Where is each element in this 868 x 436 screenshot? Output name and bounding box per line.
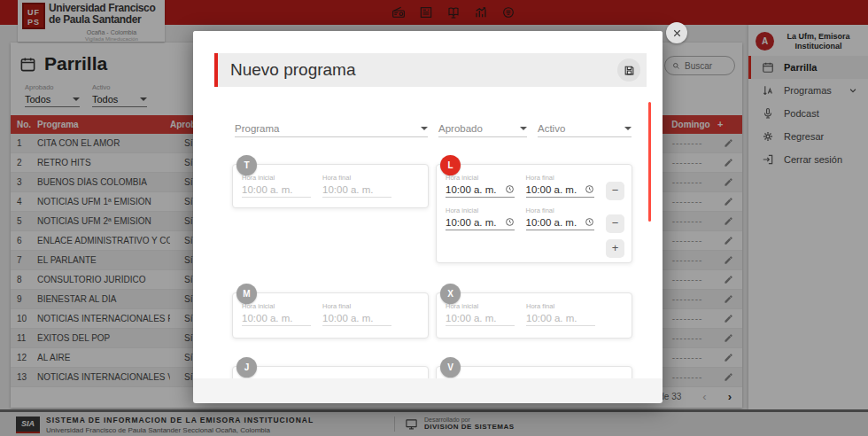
day-card-martes: M Hora inicial 10:00 a. m. Hora final 10…	[232, 292, 429, 339]
clock-icon[interactable]	[585, 217, 594, 227]
close-icon	[672, 28, 682, 38]
programa-select[interactable]: Programa	[235, 120, 428, 137]
day-card-todos: T Hora inicial 10:00 a. m. Hora final 10…	[232, 164, 429, 208]
new-program-modal: Nuevo programa Programa Aprobado Activo …	[193, 31, 663, 403]
hora-inicial-field[interactable]: Hora inicial 10:00 a. m.	[446, 206, 515, 230]
day-card-viernes: V	[436, 366, 632, 378]
remove-slot-button[interactable]: −	[606, 182, 624, 200]
day-badge[interactable]: J	[236, 357, 257, 378]
clock-icon[interactable]	[505, 184, 515, 194]
close-button[interactable]	[666, 22, 687, 43]
hora-inicial-field[interactable]: Hora inicial 10:00 a. m.	[446, 302, 515, 326]
save-button[interactable]	[617, 58, 640, 82]
hora-final-field[interactable]: Hora final 10:00 a. m.	[526, 174, 595, 198]
chevron-down-icon	[520, 127, 527, 130]
add-slot-button[interactable]: +	[606, 239, 624, 258]
hora-final-field[interactable]: Hora final 10:00 a. m.	[526, 206, 595, 230]
day-card-lunes: L Hora inicial 10:00 a. m. Hora final 10…	[436, 164, 632, 263]
clock-icon[interactable]	[505, 217, 515, 227]
modal-header: Nuevo programa	[214, 53, 647, 87]
hora-final-field[interactable]: Hora final 10:00 a. m.	[322, 174, 391, 198]
modal-title: Nuevo programa	[230, 60, 356, 80]
modal-scrollbar[interactable]	[648, 102, 651, 222]
day-badge[interactable]: T	[236, 155, 257, 175]
day-card-miercoles: X Hora inicial 10:00 a. m. Hora final 10…	[436, 292, 632, 339]
activo-select[interactable]: Activo	[538, 120, 632, 137]
hora-inicial-field[interactable]: Hora inicial 10:00 a. m.	[242, 174, 311, 198]
remove-slot-button[interactable]: −	[606, 214, 624, 233]
clock-icon[interactable]	[585, 184, 594, 194]
hora-inicial-field[interactable]: Hora inicial 10:00 a. m.	[242, 302, 311, 326]
floppy-disk-icon	[624, 65, 635, 76]
day-badge[interactable]: M	[236, 284, 257, 304]
chevron-down-icon	[421, 127, 428, 130]
hora-inicial-field[interactable]: Hora inicial 10:00 a. m.	[446, 174, 515, 198]
aprobado-select[interactable]: Aprobado	[438, 120, 527, 137]
hora-final-field[interactable]: Hora final 10:00 a. m.	[526, 302, 595, 326]
chevron-down-icon	[624, 127, 632, 130]
hora-final-field[interactable]: Hora final 10:00 a. m.	[322, 302, 391, 326]
day-badge[interactable]: V	[440, 357, 461, 378]
day-badge[interactable]: X	[440, 284, 461, 304]
day-badge[interactable]: L	[440, 155, 461, 175]
day-card-jueves: J	[232, 366, 429, 378]
